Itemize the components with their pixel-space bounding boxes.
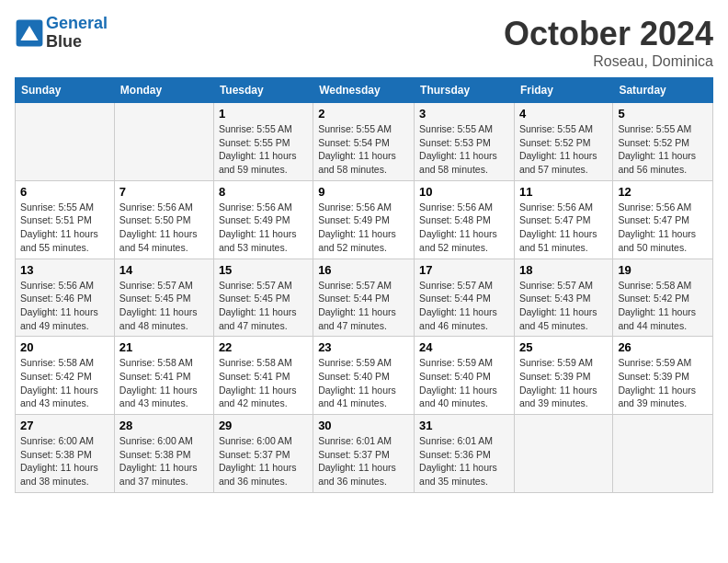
day-number: 26 <box>618 340 708 354</box>
day-number: 19 <box>618 263 708 277</box>
day-info: Sunrise: 5:57 AM Sunset: 5:45 PM Dayligh… <box>219 279 308 333</box>
calendar-cell: 23Sunrise: 5:59 AM Sunset: 5:40 PM Dayli… <box>313 337 415 415</box>
calendar-cell <box>514 415 612 493</box>
header-thursday: Thursday <box>415 78 515 103</box>
day-info: Sunrise: 6:01 AM Sunset: 5:36 PM Dayligh… <box>419 434 509 488</box>
day-number: 5 <box>618 107 708 121</box>
day-number: 25 <box>519 340 608 354</box>
calendar-cell: 18Sunrise: 5:57 AM Sunset: 5:43 PM Dayli… <box>514 259 612 337</box>
calendar-title: October 2024 <box>504 15 713 53</box>
calendar-cell: 31Sunrise: 6:01 AM Sunset: 5:36 PM Dayli… <box>415 415 515 493</box>
day-info: Sunrise: 5:55 AM Sunset: 5:52 PM Dayligh… <box>519 122 608 177</box>
calendar-week-3: 13Sunrise: 5:56 AM Sunset: 5:46 PM Dayli… <box>16 259 713 337</box>
calendar-cell: 2Sunrise: 5:55 AM Sunset: 5:54 PM Daylig… <box>313 103 415 181</box>
day-number: 23 <box>318 340 409 354</box>
day-info: Sunrise: 5:57 AM Sunset: 5:44 PM Dayligh… <box>318 279 409 333</box>
day-info: Sunrise: 5:55 AM Sunset: 5:55 PM Dayligh… <box>219 122 308 177</box>
calendar-cell: 16Sunrise: 5:57 AM Sunset: 5:44 PM Dayli… <box>313 259 415 337</box>
calendar-cell: 12Sunrise: 5:56 AM Sunset: 5:47 PM Dayli… <box>613 180 713 259</box>
day-info: Sunrise: 5:59 AM Sunset: 5:40 PM Dayligh… <box>419 356 509 410</box>
day-info: Sunrise: 5:56 AM Sunset: 5:46 PM Dayligh… <box>20 279 109 333</box>
day-info: Sunrise: 5:56 AM Sunset: 5:49 PM Dayligh… <box>219 201 308 255</box>
calendar-cell: 19Sunrise: 5:58 AM Sunset: 5:42 PM Dayli… <box>613 259 713 337</box>
day-number: 6 <box>20 185 109 199</box>
logo: General Blue <box>15 15 108 52</box>
calendar-cell: 13Sunrise: 5:56 AM Sunset: 5:46 PM Dayli… <box>16 259 115 337</box>
day-info: Sunrise: 5:58 AM Sunset: 5:42 PM Dayligh… <box>618 279 708 333</box>
calendar-cell: 11Sunrise: 5:56 AM Sunset: 5:47 PM Dayli… <box>514 180 612 259</box>
header-saturday: Saturday <box>613 78 713 103</box>
logo-general: General <box>46 14 108 32</box>
day-info: Sunrise: 6:00 AM Sunset: 5:37 PM Dayligh… <box>219 434 308 488</box>
day-number: 3 <box>419 107 509 121</box>
calendar-cell: 6Sunrise: 5:55 AM Sunset: 5:51 PM Daylig… <box>16 180 115 259</box>
day-info: Sunrise: 5:56 AM Sunset: 5:47 PM Dayligh… <box>618 201 708 255</box>
calendar-table: SundayMondayTuesdayWednesdayThursdayFrid… <box>15 77 713 493</box>
day-number: 7 <box>119 185 209 199</box>
day-info: Sunrise: 6:00 AM Sunset: 5:38 PM Dayligh… <box>20 434 109 488</box>
calendar-header-row: SundayMondayTuesdayWednesdayThursdayFrid… <box>16 78 713 103</box>
calendar-subtitle: Roseau, Dominica <box>504 53 713 70</box>
header-friday: Friday <box>514 78 612 103</box>
calendar-cell <box>114 103 213 181</box>
day-info: Sunrise: 5:58 AM Sunset: 5:42 PM Dayligh… <box>20 356 109 410</box>
day-number: 9 <box>318 185 409 199</box>
day-info: Sunrise: 5:56 AM Sunset: 5:47 PM Dayligh… <box>519 201 608 255</box>
calendar-cell: 21Sunrise: 5:58 AM Sunset: 5:41 PM Dayli… <box>114 337 213 415</box>
logo-icon <box>15 18 44 48</box>
calendar-week-2: 6Sunrise: 5:55 AM Sunset: 5:51 PM Daylig… <box>16 180 713 259</box>
calendar-cell: 17Sunrise: 5:57 AM Sunset: 5:44 PM Dayli… <box>415 259 515 337</box>
day-number: 29 <box>219 419 308 432</box>
calendar-week-1: 1Sunrise: 5:55 AM Sunset: 5:55 PM Daylig… <box>16 103 713 181</box>
day-info: Sunrise: 5:58 AM Sunset: 5:41 PM Dayligh… <box>219 356 308 410</box>
day-number: 12 <box>618 185 708 199</box>
calendar-cell <box>16 103 115 181</box>
header-sunday: Sunday <box>16 78 115 103</box>
calendar-cell: 25Sunrise: 5:59 AM Sunset: 5:39 PM Dayli… <box>514 337 612 415</box>
day-number: 10 <box>419 185 509 199</box>
day-info: Sunrise: 5:56 AM Sunset: 5:50 PM Dayligh… <box>119 201 209 255</box>
day-info: Sunrise: 6:00 AM Sunset: 5:38 PM Dayligh… <box>119 434 209 488</box>
header-monday: Monday <box>114 78 213 103</box>
calendar-title-block: October 2024 Roseau, Dominica <box>504 15 713 70</box>
day-info: Sunrise: 5:56 AM Sunset: 5:48 PM Dayligh… <box>419 201 509 255</box>
day-number: 22 <box>219 340 308 354</box>
day-number: 15 <box>219 263 308 277</box>
day-info: Sunrise: 5:57 AM Sunset: 5:45 PM Dayligh… <box>119 279 209 333</box>
day-number: 30 <box>318 419 409 432</box>
calendar-cell: 5Sunrise: 5:55 AM Sunset: 5:52 PM Daylig… <box>613 103 713 181</box>
day-info: Sunrise: 5:55 AM Sunset: 5:53 PM Dayligh… <box>419 122 509 177</box>
day-number: 11 <box>519 185 608 199</box>
calendar-cell: 26Sunrise: 5:59 AM Sunset: 5:39 PM Dayli… <box>613 337 713 415</box>
day-number: 14 <box>119 263 209 277</box>
calendar-cell: 30Sunrise: 6:01 AM Sunset: 5:37 PM Dayli… <box>313 415 415 493</box>
day-number: 1 <box>219 107 308 121</box>
calendar-cell: 27Sunrise: 6:00 AM Sunset: 5:38 PM Dayli… <box>16 415 115 493</box>
day-number: 24 <box>419 340 509 354</box>
day-info: Sunrise: 5:57 AM Sunset: 5:44 PM Dayligh… <box>419 279 509 333</box>
calendar-week-5: 27Sunrise: 6:00 AM Sunset: 5:38 PM Dayli… <box>16 415 713 493</box>
day-info: Sunrise: 5:55 AM Sunset: 5:54 PM Dayligh… <box>318 122 409 177</box>
calendar-week-4: 20Sunrise: 5:58 AM Sunset: 5:42 PM Dayli… <box>16 337 713 415</box>
day-number: 31 <box>419 419 509 432</box>
day-number: 18 <box>519 263 608 277</box>
day-info: Sunrise: 5:55 AM Sunset: 5:52 PM Dayligh… <box>618 122 708 177</box>
calendar-cell: 14Sunrise: 5:57 AM Sunset: 5:45 PM Dayli… <box>114 259 213 337</box>
calendar-cell: 28Sunrise: 6:00 AM Sunset: 5:38 PM Dayli… <box>114 415 213 493</box>
day-number: 16 <box>318 263 409 277</box>
calendar-cell: 9Sunrise: 5:56 AM Sunset: 5:49 PM Daylig… <box>313 180 415 259</box>
day-number: 20 <box>20 340 109 354</box>
calendar-cell: 7Sunrise: 5:56 AM Sunset: 5:50 PM Daylig… <box>114 180 213 259</box>
day-info: Sunrise: 5:56 AM Sunset: 5:49 PM Dayligh… <box>318 201 409 255</box>
calendar-cell: 1Sunrise: 5:55 AM Sunset: 5:55 PM Daylig… <box>213 103 313 181</box>
calendar-cell: 15Sunrise: 5:57 AM Sunset: 5:45 PM Dayli… <box>213 259 313 337</box>
calendar-cell: 3Sunrise: 5:55 AM Sunset: 5:53 PM Daylig… <box>415 103 515 181</box>
day-info: Sunrise: 6:01 AM Sunset: 5:37 PM Dayligh… <box>318 434 409 488</box>
header-tuesday: Tuesday <box>213 78 313 103</box>
day-info: Sunrise: 5:59 AM Sunset: 5:39 PM Dayligh… <box>618 356 708 410</box>
day-number: 21 <box>119 340 209 354</box>
calendar-cell <box>613 415 713 493</box>
day-info: Sunrise: 5:59 AM Sunset: 5:39 PM Dayligh… <box>519 356 608 410</box>
calendar-cell: 22Sunrise: 5:58 AM Sunset: 5:41 PM Dayli… <box>213 337 313 415</box>
day-number: 17 <box>419 263 509 277</box>
